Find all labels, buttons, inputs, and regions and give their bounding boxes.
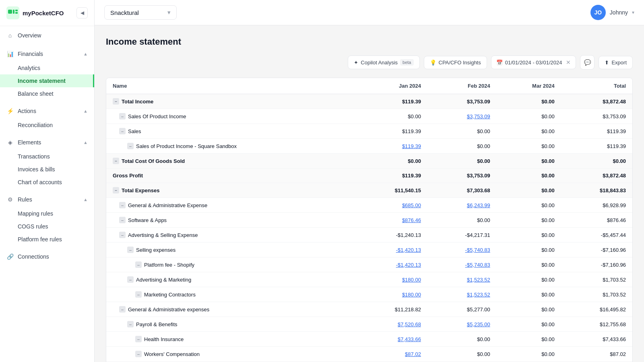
- row-value[interactable]: $119.39: [356, 139, 427, 154]
- row-value[interactable]: $180.00: [356, 272, 427, 287]
- row-value[interactable]: $7,433.66: [356, 332, 427, 347]
- sidebar-item-reconciliation[interactable]: Reconciliation: [0, 119, 94, 132]
- sidebar-item-elements[interactable]: ◈ Elements ▲: [0, 135, 94, 150]
- cpa-insights-button[interactable]: 💡 CPA/CFO Insights: [424, 56, 487, 69]
- row-value[interactable]: $1,523.52: [427, 272, 497, 287]
- cpa-insights-label: CPA/CFO Insights: [439, 60, 481, 66]
- collapse-icon[interactable]: –: [135, 351, 142, 357]
- row-value: $3,753.09: [561, 109, 632, 124]
- row-name-cell: –Total Expenses: [113, 187, 350, 193]
- row-value[interactable]: $5,235.00: [427, 317, 497, 332]
- calendar-icon: 📅: [496, 60, 503, 66]
- sidebar-label-connections: Connections: [18, 253, 49, 260]
- col-feb: Feb 2024: [427, 78, 497, 94]
- collapse-icon[interactable]: –: [119, 128, 126, 134]
- collapse-icon[interactable]: –: [113, 187, 119, 193]
- sidebar-item-actions[interactable]: ⚡ Actions ▲: [0, 103, 94, 119]
- collapse-icon[interactable]: –: [127, 321, 134, 327]
- row-value[interactable]: $3,753.09: [427, 109, 497, 124]
- row-value[interactable]: -$5,740.83: [427, 243, 497, 257]
- collapse-icon[interactable]: –: [119, 113, 126, 119]
- collapse-icon[interactable]: –: [135, 291, 142, 298]
- elements-icon: ◈: [6, 139, 14, 146]
- collapse-icon[interactable]: –: [135, 336, 142, 342]
- row-value: -$7,160.96: [561, 257, 632, 272]
- table-row: –Sales$119.39$0.00$0.00$119.39: [106, 124, 632, 139]
- collapse-icon[interactable]: –: [119, 202, 126, 208]
- sidebar-item-balance-sheet[interactable]: Balance sheet: [0, 87, 94, 100]
- company-selector[interactable]: Snacktural ▾: [104, 5, 177, 20]
- collapse-icon[interactable]: –: [127, 276, 134, 283]
- row-value[interactable]: -$5,740.83: [427, 257, 497, 272]
- row-value[interactable]: $7,520.68: [356, 317, 427, 332]
- row-value[interactable]: -$1,420.13: [356, 257, 427, 272]
- date-range-filter[interactable]: 📅 01/01/2024 - 03/01/2024 ✕: [491, 56, 576, 69]
- comment-icon: 💬: [584, 59, 591, 66]
- row-value[interactable]: $87.02: [356, 347, 427, 362]
- svg-rect-2: [13, 10, 14, 14]
- app-name: myPocketCFO: [23, 10, 64, 16]
- export-button[interactable]: ⬆ Export: [599, 56, 633, 69]
- toolbar: ✦ Copilot Analysis beta 💡 CPA/CFO Insigh…: [106, 55, 633, 70]
- collapse-icon[interactable]: –: [119, 232, 126, 238]
- nav-actions-section: ⚡ Actions ▲ Reconciliation: [0, 102, 94, 133]
- row-name: Health Insurance: [144, 336, 184, 342]
- sidebar-collapse-button[interactable]: ◀: [76, 7, 88, 19]
- sidebar-item-platform-fee-rules[interactable]: Platform fee rules: [0, 233, 94, 246]
- row-value[interactable]: $685.00: [356, 198, 427, 213]
- row-value[interactable]: $1,523.52: [427, 287, 497, 302]
- row-value: -$7,160.96: [561, 243, 632, 257]
- sidebar-item-income-statement[interactable]: Income statement: [0, 74, 94, 87]
- row-value: $0.00: [427, 332, 497, 347]
- sidebar-item-cogs-rules[interactable]: COGS rules: [0, 220, 94, 233]
- row-name: Platform fee - Shopify: [144, 262, 194, 268]
- collapse-icon[interactable]: –: [127, 143, 134, 149]
- sidebar-item-connections[interactable]: 🔗 Connections: [0, 249, 94, 264]
- table-row: –Workers' Compensation$87.02$0.00$0.00$8…: [106, 347, 632, 362]
- row-value: $87.02: [561, 347, 632, 362]
- copilot-analysis-button[interactable]: ✦ Copilot Analysis beta: [348, 56, 419, 69]
- collapse-icon[interactable]: –: [119, 306, 126, 313]
- row-value[interactable]: -$1,420.13: [356, 243, 427, 257]
- sidebar-item-analytics[interactable]: Analytics: [0, 62, 94, 74]
- home-icon: ⌂: [6, 32, 14, 39]
- sidebar-item-chart-of-accounts[interactable]: Chart of accounts: [0, 176, 94, 189]
- user-name: Johnny: [610, 9, 628, 16]
- export-icon: ⬆: [605, 60, 609, 66]
- collapse-icon[interactable]: –: [113, 98, 119, 105]
- row-name: Sales of Product Income - Square Sandbox: [136, 143, 237, 149]
- row-name-cell: –Health Insurance: [135, 336, 350, 342]
- row-name-cell: –Sales: [119, 128, 350, 134]
- sidebar-item-invoices-bills[interactable]: Invoices & bills: [0, 163, 94, 176]
- table-row: –Payroll & Benefits$7,520.68$5,235.00$0.…: [106, 317, 632, 332]
- sidebar-item-financials[interactable]: 📊 Financials ▲: [0, 46, 94, 62]
- sidebar-item-rules[interactable]: ⚙ Rules ▲: [0, 192, 94, 207]
- comment-button[interactable]: 💬: [580, 55, 594, 70]
- collapse-icon[interactable]: –: [127, 247, 134, 253]
- topbar: Snacktural ▾ JO Johnny ▾: [95, 0, 644, 25]
- sidebar-item-overview[interactable]: ⌂ Overview: [0, 28, 94, 43]
- row-value[interactable]: $180.00: [356, 287, 427, 302]
- collapse-icon[interactable]: –: [135, 261, 142, 268]
- sidebar-item-mapping-rules[interactable]: Mapping rules: [0, 207, 94, 220]
- row-value: $18,843.83: [561, 183, 632, 198]
- income-statement-table: Name Jan 2024 Feb 2024 Mar 2024 Total –T…: [106, 78, 633, 362]
- collapse-icon[interactable]: –: [119, 217, 126, 223]
- row-name: Advertising & Marketing: [136, 277, 191, 283]
- row-value: $11,218.82: [356, 302, 427, 317]
- svg-rect-4: [15, 12, 18, 14]
- row-value: $0.00: [497, 139, 561, 154]
- logo-icon: [6, 6, 19, 19]
- row-name: Total Income: [122, 99, 153, 105]
- row-value[interactable]: $876.46: [356, 213, 427, 228]
- beta-badge: beta: [400, 59, 413, 66]
- row-value: $0.00: [497, 169, 561, 183]
- sidebar-item-transactions[interactable]: Transactions: [0, 150, 94, 163]
- date-filter-clear-icon[interactable]: ✕: [566, 59, 571, 66]
- user-menu-chevron-icon[interactable]: ▾: [632, 10, 634, 15]
- row-value: $16,495.82: [561, 302, 632, 317]
- collapse-icon[interactable]: –: [113, 158, 119, 164]
- row-name-cell: –Sales of Product Income - Square Sandbo…: [127, 143, 350, 149]
- row-name: Sales Of Product Income: [128, 113, 186, 119]
- row-value[interactable]: $6,243.99: [427, 198, 497, 213]
